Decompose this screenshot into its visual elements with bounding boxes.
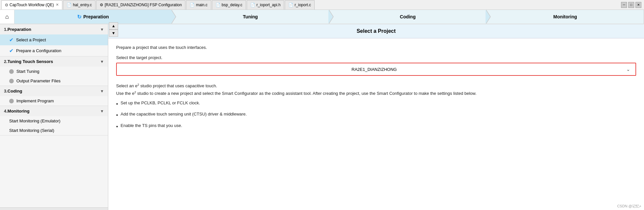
content-title: Select a Project	[108, 24, 644, 38]
tab-label-hal_entry: hal_entry.c	[73, 3, 92, 7]
tab-icon-r_ioport: 📄	[288, 3, 293, 7]
maximize-button[interactable]: □	[628, 2, 634, 8]
tab-close-captouch[interactable]: ✕	[56, 3, 59, 7]
step-label-tuning: Tuning	[243, 14, 258, 19]
check-icon-prepare-config: ✔	[9, 48, 13, 54]
tab-label-bsp_delay: bsp_delay.c	[222, 3, 242, 7]
tab-r_ioport_api[interactable]: 📄r_ioport_api.h	[247, 0, 284, 10]
bullet-item-1: Add the capacitive touch sensing unit (C…	[116, 112, 636, 119]
tab-r_ioport[interactable]: 📄r_ioport.c	[285, 0, 315, 10]
scroll-buttons: ▲ ▼	[109, 22, 118, 37]
close-button[interactable]: ✕	[635, 2, 641, 8]
intro-text: Prepare a project that uses the touch in…	[116, 45, 636, 50]
tab-label-fsp_config: [RA2E1_DIANZIZHONG] FSP Configuration	[105, 3, 182, 7]
sidebar-item-start-monitoring-emulator[interactable]: Start Monitoring (Emulator)	[0, 116, 108, 126]
sidebar-item-prepare-config[interactable]: ✔Prepare a Configuration	[0, 45, 108, 56]
tab-fsp_config[interactable]: ⚙[RA2E1_DIANZIZHONG] FSP Configuration	[96, 0, 185, 10]
sidebar-item-output-param[interactable]: Output Parameter Files	[0, 76, 108, 86]
refresh-icon: ↻	[77, 14, 81, 20]
sidebar-item-label-prepare-config: Prepare a Configuration	[16, 48, 61, 53]
tab-icon-bsp_delay: 📄	[216, 3, 220, 7]
section-title-preparation: 1.Preparation	[4, 27, 31, 32]
scroll-down-button[interactable]: ▼	[109, 30, 118, 37]
bullet-item-0: Set up the PCLKB, PCLKL or FCLK clock.	[116, 100, 636, 108]
section-title-monitoring: 4.Monitoring	[4, 109, 30, 114]
content-body: Prepare a project that uses the touch in…	[108, 38, 644, 210]
section-arrow-preparation: ▼	[100, 27, 104, 32]
sidebar-item-label-select-project: Select a Project	[16, 37, 46, 42]
sidebar-item-label-start-tuning: Start Tuning	[16, 69, 39, 74]
page-title: Select a Project	[357, 28, 396, 34]
sidebar-item-label-start-monitoring-emulator: Start Monitoring (Emulator)	[9, 118, 60, 123]
tab-label-main_c: main.c	[196, 3, 207, 7]
title-bar: ⊙CapTouch Workflow (QE)✕📄hal_entry.c⚙[RA…	[0, 0, 644, 10]
sidebar-item-label-start-monitoring-serial: Start Monitoring (Serial)	[9, 128, 54, 133]
section-title-coding: 3.Coding	[4, 89, 22, 94]
section-arrow-coding: ▼	[100, 89, 104, 94]
tab-icon-r_ioport_api: 📄	[250, 3, 255, 7]
tab-icon-hal_entry: 📄	[67, 3, 72, 7]
sidebar-item-label-implement-program: Implement Program	[16, 98, 54, 103]
sidebar-section-header-tuning[interactable]: 2.Tuning Touch Sensors▼	[0, 56, 108, 67]
project-select-wrapper: RA2E1_DIANZIZHONG ⌄	[116, 63, 636, 76]
sidebar-item-implement-program[interactable]: Implement Program	[0, 96, 108, 106]
tab-icon-fsp_config: ⚙	[100, 3, 103, 7]
workflow-step-tuning[interactable]: Tuning	[172, 10, 329, 24]
sidebar-item-select-project[interactable]: ✔Select a Project	[0, 34, 108, 45]
tab-bar: ⊙CapTouch Workflow (QE)✕📄hal_entry.c⚙[RA…	[1, 0, 621, 10]
sidebar-item-start-monitoring-serial[interactable]: Start Monitoring (Serial)	[0, 126, 108, 135]
dropdown-arrow-icon: ⌄	[626, 67, 630, 72]
sidebar: 1.Preparation▼✔Select a Project✔Prepare …	[0, 24, 108, 210]
sidebar-section-header-coding[interactable]: 3.Coding▼	[0, 86, 108, 96]
home-button[interactable]: ⌂	[0, 10, 14, 24]
tab-bsp_delay[interactable]: 📄bsp_delay.c	[212, 0, 246, 10]
bullet-list: Set up the PCLKB, PCLKL or FCLK clock.Ad…	[116, 100, 636, 130]
workflow-step-preparation[interactable]: ↻Preparation	[14, 10, 172, 24]
tab-icon-main_c: 📄	[190, 3, 195, 7]
step-label-monitoring: Monitoring	[553, 14, 577, 19]
sidebar-section-tuning: 2.Tuning Touch Sensors▼Start TuningOutpu…	[0, 56, 108, 86]
description-text: Select an e2 studio project that uses ca…	[116, 82, 636, 97]
sidebar-section-monitoring: 4.Monitoring▼Start Monitoring (Emulator)…	[0, 106, 108, 136]
scroll-up-button[interactable]: ▲	[109, 22, 118, 30]
sidebar-section-header-monitoring[interactable]: 4.Monitoring▼	[0, 106, 108, 116]
sidebar-resize-handle[interactable]	[0, 207, 108, 210]
section-arrow-monitoring: ▼	[100, 109, 104, 114]
sidebar-section-coding: 3.Coding▼Implement Program	[0, 86, 108, 106]
tab-label-captouch: CapTouch Workflow (QE)	[10, 3, 54, 7]
tab-captouch[interactable]: ⊙CapTouch Workflow (QE)✕	[1, 0, 62, 10]
main-layout: 1.Preparation▼✔Select a Project✔Prepare …	[0, 24, 644, 210]
workflow-steps: ↻PreparationTuningCodingMonitoring	[14, 10, 644, 24]
workflow-step-coding[interactable]: Coding	[329, 10, 487, 24]
content-area: Select a Project Prepare a project that …	[108, 24, 644, 210]
sidebar-item-start-tuning[interactable]: Start Tuning	[0, 67, 108, 76]
project-dropdown[interactable]: RA2E1_DIANZIZHONG ⌄	[117, 63, 635, 75]
project-select-value: RA2E1_DIANZIZHONG	[122, 67, 626, 72]
bullet-item-2: Enable the TS pins that you use.	[116, 123, 636, 130]
tab-hal_entry[interactable]: 📄hal_entry.c	[63, 0, 95, 10]
tab-label-r_ioport_api: r_ioport_api.h	[257, 3, 280, 7]
section-arrow-tuning: ▼	[100, 59, 104, 64]
circle-icon-output-param	[9, 79, 14, 83]
sidebar-item-label-output-param: Output Parameter Files	[16, 78, 60, 83]
target-label: Select the target project.	[116, 55, 636, 60]
minimize-button[interactable]: ─	[621, 2, 627, 8]
watermark: CSDN @记忆+	[617, 204, 641, 209]
sidebar-section-preparation: 1.Preparation▼✔Select a Project✔Prepare …	[0, 24, 108, 56]
step-label-coding: Coding	[400, 14, 416, 19]
sidebar-section-header-preparation[interactable]: 1.Preparation▼	[0, 24, 108, 34]
section-title-tuning: 2.Tuning Touch Sensors	[4, 59, 53, 64]
workflow-nav: ⌂ ↻PreparationTuningCodingMonitoring	[0, 10, 644, 24]
window-controls: ─ □ ✕	[621, 2, 643, 8]
circle-icon-implement-program	[9, 99, 14, 103]
tab-icon-captouch: ⊙	[5, 3, 8, 7]
workflow-step-monitoring[interactable]: Monitoring	[487, 10, 644, 24]
circle-icon-start-tuning	[9, 69, 14, 74]
step-label-preparation: Preparation	[83, 14, 109, 19]
tab-label-r_ioport: r_ioport.c	[295, 3, 311, 7]
tab-main_c[interactable]: 📄main.c	[186, 0, 211, 10]
check-icon-select-project: ✔	[9, 37, 13, 43]
